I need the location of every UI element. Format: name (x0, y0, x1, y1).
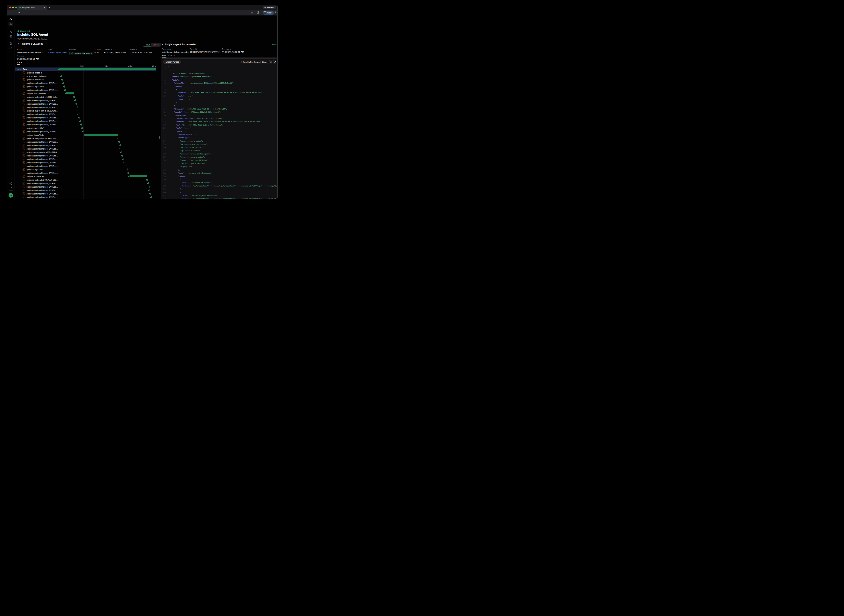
send-to-dev-server-button[interactable]: Send to Dev Server (241, 60, 261, 64)
span-bar[interactable] (149, 186, 149, 188)
share-icon[interactable] (7, 182, 15, 185)
trace-span-row[interactable]: >_publish:user:insights:user_2VH6zowmh..… (15, 161, 160, 164)
payload-type-pill[interactable]: Function Payload (163, 60, 181, 64)
copy-button[interactable]: Copy (261, 60, 268, 64)
trace-span-row[interactable]: >_generate-agent-ids-1 (15, 126, 160, 130)
span-bar[interactable] (78, 110, 78, 112)
minimize-window-button[interactable] (12, 7, 14, 8)
span-bar[interactable] (82, 127, 83, 129)
help-icon[interactable]: ? (7, 187, 15, 189)
run-children-count-badge[interactable]: 40⌄ (17, 68, 22, 70)
functions-icon[interactable] (7, 47, 15, 49)
span-bar[interactable] (79, 117, 80, 119)
trace-span-row[interactable]: >_generate-agent-ids-0 (15, 85, 160, 88)
home-icon[interactable]: ⌂ (22, 11, 25, 14)
back-icon[interactable]: ← (8, 11, 12, 14)
tab-close-icon[interactable]: ✕ (44, 7, 45, 9)
span-bar[interactable] (127, 169, 127, 170)
span-bar[interactable] (60, 72, 60, 74)
trace-span-row[interactable]: >_publish:user:insights:user_2VH6zowmh..… (15, 88, 160, 92)
span-bar[interactable] (62, 79, 63, 81)
trace-span-row[interactable]: >_publish:user:insights:user_2VH6zowmh..… (15, 154, 160, 157)
trace-span-row[interactable]: >_generate-agent-ids-2 (15, 168, 160, 171)
trace-span-row[interactable]: >_publish:user:insights:user_2VH6zowmh..… (15, 140, 160, 144)
tab-trace[interactable]: Trace (17, 61, 22, 63)
span-bar[interactable] (125, 161, 125, 164)
trace-span-row[interactable]: >_publish:user:insights:user_2VH6zowmh..… (15, 102, 160, 106)
trace-span-row[interactable]: >_generate-output-part-id-c458648f-8d6..… (15, 109, 160, 113)
trace-span-row[interactable]: >_publish:user:insights:user_2VH6zowmh..… (15, 113, 160, 116)
span-bar[interactable] (128, 172, 129, 174)
trace-span-row[interactable]: >_publish:user:insights:user_2VH6zowmh..… (15, 199, 160, 199)
span-bar[interactable] (77, 106, 78, 108)
browser-menu-icon[interactable]: ⋮ (274, 11, 277, 14)
cancel-button[interactable]: Cancel (151, 43, 161, 47)
expand-icon[interactable] (273, 60, 276, 64)
span-bar[interactable] (119, 141, 120, 143)
event-card-header[interactable]: ▼ insights-agent/chat.requested (162, 43, 196, 45)
span-bar[interactable] (151, 196, 152, 198)
span-bar[interactable] (64, 85, 65, 88)
span-bar[interactable] (61, 75, 62, 77)
run-bar[interactable] (59, 68, 156, 70)
span-bar[interactable] (148, 182, 149, 184)
span-bar[interactable] (147, 179, 148, 181)
close-window-button[interactable] (9, 7, 11, 8)
trace-span-row[interactable]: >_publish:user:insights:user_2VH6zowmh..… (15, 195, 160, 199)
gemini-button[interactable]: Gemini (263, 6, 276, 9)
function-pill[interactable]: ⚡ Insights SQL Agent (69, 52, 93, 55)
span-bar[interactable] (122, 155, 123, 157)
reload-icon[interactable]: ⟳ (18, 11, 21, 14)
trace-span-row[interactable]: >_generate-tool-part-id-887aa111-5d4e-45… (15, 136, 160, 140)
payload-scrollbar[interactable] (277, 108, 277, 131)
span-bar[interactable] (75, 99, 76, 101)
trace-span-row[interactable]: >_publish:user:insights:user_2VH6zowmh..… (15, 123, 160, 126)
trace-span-row[interactable]: >_generate-target-channel (15, 75, 160, 78)
span-bar[interactable] (63, 82, 64, 84)
span-bar[interactable] (122, 151, 122, 153)
span-bar[interactable] (81, 123, 82, 126)
span-bar[interactable] (84, 131, 84, 132)
new-tab-button[interactable]: + (49, 6, 50, 9)
invoke-button[interactable]: Invoke (270, 43, 278, 46)
span-bar[interactable] (75, 96, 75, 98)
trace-span-row[interactable]: >_generate-text-part-id-9357e5f0-a530-4.… (15, 178, 160, 182)
trace-span-row[interactable]: ∿Insights Summarizer (15, 175, 160, 178)
app-link[interactable]: insights-agent-client (48, 51, 67, 53)
bookmark-star-icon[interactable]: ☆ (250, 11, 254, 14)
trace-span-row[interactable]: >_publish:user:insights:user_2VH6zowmh..… (15, 147, 160, 150)
span-bar[interactable] (65, 89, 66, 91)
span-bar[interactable] (119, 137, 119, 139)
trace-span-row[interactable]: >_generate-output-part-id-887aa111-5d4e.… (15, 150, 160, 154)
runs-list-icon[interactable] (7, 30, 15, 33)
dev-mode-button[interactable]: </> (9, 193, 13, 198)
trace-span-row[interactable]: >_publish:user:insights:user_2VH6zowmh..… (15, 119, 160, 123)
trace-span-row[interactable]: >_generate-network-id (15, 78, 160, 81)
trace-span-row[interactable]: >_publish:user:insights:user_2VH6zowmh..… (15, 192, 160, 195)
app-badge[interactable]: DV (9, 22, 13, 26)
extensions-icon[interactable] (256, 11, 259, 14)
span-bar[interactable] (79, 113, 79, 115)
tab-input[interactable]: Input (162, 54, 166, 56)
span-bar[interactable] (81, 120, 81, 122)
run-row[interactable]: 40⌄ Run (15, 67, 156, 71)
trace-span-row[interactable]: >_publish:user:insights:user_2VH6zowmh..… (15, 144, 160, 147)
trace-span-row[interactable]: >_generate-tool-part-id-c458648f-8d60-..… (15, 95, 160, 98)
browser-tab[interactable]: Inngest Server ✕ (18, 6, 47, 10)
event-search-icon[interactable] (7, 35, 15, 38)
span-bar[interactable] (120, 144, 120, 146)
trace-span-row[interactable]: >_publish:user:insights:user_2VH6zowmh..… (15, 157, 160, 161)
trace-span-row[interactable]: >_publish:user:insights:user_2VH6zowmh..… (15, 188, 160, 192)
panel-divider[interactable] (160, 42, 160, 199)
tab-output[interactable]: Output (169, 54, 175, 56)
span-bar[interactable] (126, 165, 126, 167)
trace-span-row[interactable]: >_publish:user:insights:user_2VH6zowmh..… (15, 106, 160, 109)
span-bar[interactable] (149, 189, 150, 191)
span-bar[interactable] (129, 175, 147, 177)
profile-button[interactable]: Work (263, 10, 274, 15)
trace-span-row[interactable]: ∿Insights Query Writer (15, 133, 160, 136)
maximize-window-button[interactable] (15, 7, 17, 8)
trace-span-row[interactable]: ∿Insights Event Matcher (15, 92, 160, 95)
trace-span-row[interactable]: >_publish:user:insights:user_2VH6zowmh..… (15, 185, 160, 188)
trace-span-row[interactable]: >_publish:user:insights:user_2VH6zowmh..… (15, 130, 160, 133)
